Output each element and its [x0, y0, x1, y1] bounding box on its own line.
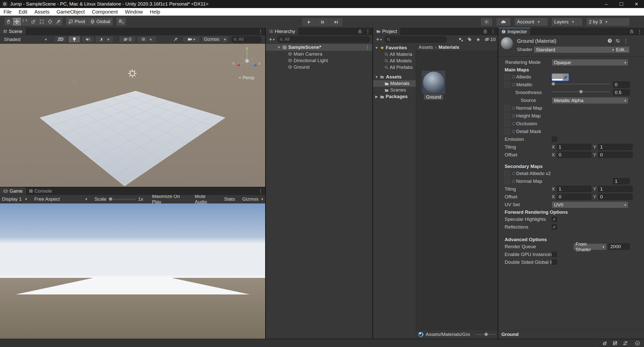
scene-visibility-button[interactable]: 0 — [119, 36, 136, 43]
custom-tool-button[interactable] — [54, 18, 62, 26]
hidden-packages-button[interactable]: 10 — [485, 37, 496, 42]
mute-audio-button[interactable]: Mute Audio — [193, 195, 219, 203]
search-by-label-button[interactable] — [467, 37, 472, 42]
cloud-collab-button[interactable] — [496, 18, 511, 26]
add-asset-dropdown[interactable]: +▾ — [375, 36, 383, 43]
scene-lighting-button[interactable] — [68, 36, 80, 43]
pause-button[interactable] — [316, 18, 329, 27]
display-dropdown[interactable]: Display 1▾ — [0, 195, 29, 203]
gpu-instancing-checkbox[interactable] — [552, 252, 557, 257]
favorites-star-button[interactable]: ★ — [476, 36, 480, 42]
menu-help[interactable]: Help — [146, 8, 164, 16]
minimize-button[interactable]: – — [599, 0, 614, 8]
progress-status-icon[interactable] — [632, 339, 642, 347]
object-picker-icon[interactable] — [512, 75, 515, 78]
search-by-type-button[interactable] — [458, 37, 463, 42]
tree-materials[interactable]: Materials — [373, 80, 416, 87]
services-button[interactable] — [480, 18, 493, 26]
tab-inspector[interactable]: Inspector — [498, 28, 530, 35]
asset-label-ground[interactable]: Ground — [422, 94, 445, 100]
add-object-dropdown[interactable]: +▾ — [268, 36, 276, 43]
hierarchy-search-input[interactable]: All — [277, 36, 370, 43]
project-search-input[interactable] — [384, 36, 447, 43]
object-picker-icon[interactable] — [512, 130, 515, 133]
2d-toggle-button[interactable]: 2D — [55, 36, 67, 43]
hand-tool-button[interactable] — [5, 18, 13, 26]
aspect-ratio-dropdown[interactable]: Free Aspect▾ — [32, 195, 89, 203]
hierarchy-item-ground[interactable]: Ground — [266, 64, 372, 70]
offset-y-field[interactable]: 0 — [598, 152, 633, 158]
secondary-normal-value-field[interactable]: 1 — [613, 178, 630, 184]
tree-all-prefabs[interactable]: All Prefabs — [373, 64, 416, 71]
tab-game[interactable]: Game — [0, 187, 26, 195]
secondary-tiling-y-field[interactable]: 1 — [598, 186, 633, 192]
detail-albedo-texture-slot[interactable] — [504, 170, 510, 177]
albedo-color-swatch[interactable] — [552, 73, 569, 81]
smoothness-slider[interactable] — [552, 92, 610, 92]
metallic-value-field[interactable]: 0 — [613, 81, 630, 88]
double-sided-gi-checkbox[interactable] — [552, 259, 557, 265]
secondary-offset-x-field[interactable]: 0 — [557, 194, 591, 200]
step-button[interactable] — [329, 18, 343, 27]
tab-hierarchy[interactable]: Hierarchy — [266, 28, 298, 35]
tree-packages[interactable]: ▶ Packages — [373, 93, 416, 100]
scene-menu-kebab-icon[interactable]: ⋮ — [258, 29, 263, 34]
offset-x-field[interactable]: 0 — [557, 152, 591, 158]
occlusion-texture-slot[interactable] — [504, 121, 510, 127]
scene-viewport[interactable]: y x z <Persp — [0, 44, 265, 187]
detail-mask-texture-slot[interactable] — [504, 128, 510, 135]
inspector-menu-kebab-icon[interactable]: ⋮ — [637, 29, 642, 34]
breadcrumb-materials[interactable]: Materials — [438, 45, 459, 50]
lock-icon[interactable] — [630, 29, 633, 33]
scene-tools-button[interactable] — [170, 36, 181, 42]
breadcrumb-assets[interactable]: Assets — [419, 45, 433, 50]
uv-set-dropdown[interactable]: UV0▾ — [552, 201, 628, 208]
object-picker-icon[interactable] — [512, 83, 515, 86]
emission-checkbox[interactable] — [552, 137, 557, 142]
cache-server-status-icon[interactable] — [610, 339, 620, 347]
project-menu-kebab-icon[interactable]: ⋮ — [491, 29, 496, 34]
disclosure-open-icon[interactable]: ▼ — [375, 46, 379, 50]
orientation-gizmo[interactable]: y x z <Persp — [231, 46, 262, 81]
disclosure-closed-icon[interactable]: ▶ — [375, 95, 379, 99]
game-viewport[interactable] — [0, 203, 265, 339]
scale-slider-knob[interactable] — [109, 197, 112, 201]
disclosure-open-icon[interactable]: ▼ — [375, 75, 379, 79]
scale-tool-button[interactable] — [29, 18, 38, 26]
thumbnail-size-slider[interactable] — [475, 334, 496, 335]
rect-tool-button[interactable] — [38, 18, 46, 26]
height-map-texture-slot[interactable] — [504, 113, 510, 119]
scale-slider[interactable]: Scale 1x — [93, 195, 145, 203]
disclosure-open-icon[interactable]: ▼ — [277, 45, 281, 49]
albedo-texture-slot[interactable] — [504, 74, 510, 80]
slider-knob[interactable] — [552, 82, 555, 85]
tab-console[interactable]: Console — [26, 187, 55, 195]
layout-dropdown[interactable]: 2 by 3▾ — [586, 18, 630, 26]
object-picker-icon[interactable] — [512, 122, 515, 125]
normal-map-texture-slot[interactable] — [504, 105, 510, 111]
menu-window[interactable]: Window — [121, 8, 146, 16]
menu-gameobject[interactable]: GameObject — [53, 8, 88, 16]
menu-component[interactable]: Component — [88, 8, 121, 16]
auto-refresh-status-icon[interactable] — [620, 339, 630, 347]
hierarchy-scene-row[interactable]: ▼ SampleScene* ⋮ — [266, 44, 372, 51]
secondary-normal-texture-slot[interactable] — [504, 178, 510, 184]
secondary-tiling-x-field[interactable]: 1 — [557, 186, 591, 192]
material-preview-sphere[interactable] — [501, 37, 513, 49]
game-gizmos-dropdown[interactable]: Gizmos▾ — [240, 195, 265, 203]
secondary-offset-y-field[interactable]: 0 — [598, 194, 633, 200]
move-tool-button[interactable] — [13, 18, 21, 26]
scene-search-input[interactable]: All — [231, 36, 262, 43]
asset-thumbnail-ground[interactable] — [422, 71, 445, 94]
hierarchy-item-main-camera[interactable]: Main Camera — [266, 51, 372, 57]
object-picker-icon[interactable] — [512, 172, 515, 175]
scene-audio-button[interactable] — [82, 36, 94, 43]
tree-all-models[interactable]: All Models — [373, 58, 416, 64]
specular-checkbox[interactable]: ✓ — [552, 216, 557, 222]
shading-mode-dropdown[interactable]: Shaded▾ — [2, 35, 49, 44]
shader-edit-button[interactable]: Edit... — [615, 46, 630, 53]
scene-effects-dropdown[interactable]: ▾ — [95, 36, 113, 43]
tiling-y-field[interactable]: 1 — [598, 144, 633, 150]
menu-edit[interactable]: Edit — [15, 8, 31, 16]
source-dropdown[interactable]: Metallic Alpha▾ — [552, 97, 628, 104]
